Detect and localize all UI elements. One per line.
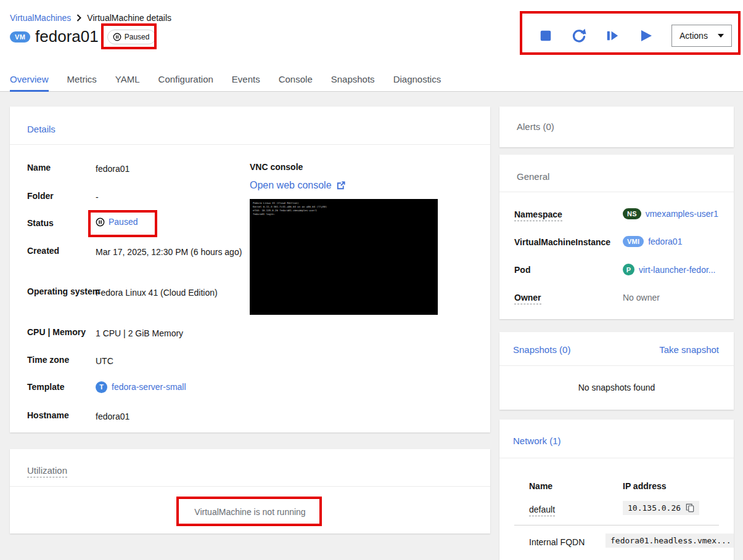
- alerts-card: Alerts (0): [499, 107, 734, 147]
- snapshots-heading-link[interactable]: Snapshots (0): [513, 344, 570, 355]
- pod-value: P virt-launcher-fedor...: [623, 264, 716, 275]
- vm-details-page: VirtualMachines VirtualMachine details V…: [0, 0, 743, 560]
- vmi-link[interactable]: fedora01: [648, 237, 682, 246]
- pod-badge: P: [623, 264, 634, 275]
- template-badge: T: [96, 381, 107, 393]
- details-divider: [10, 144, 490, 145]
- tab-snapshots[interactable]: Snapshots: [331, 68, 375, 92]
- pod-link[interactable]: virt-launcher-fedor...: [639, 265, 716, 275]
- page-title-row: VM fedora01 Paused: [10, 27, 156, 46]
- ip-address-value: 10.135.0.26: [628, 503, 681, 513]
- snapshots-card: Snapshots (0) Take snapshot No snapshots…: [499, 332, 734, 410]
- details-heading-link[interactable]: Details: [27, 124, 55, 134]
- resume-icon: [605, 29, 619, 43]
- open-web-console-link[interactable]: Open web console: [250, 180, 332, 191]
- page-title: fedora01: [35, 27, 99, 46]
- actions-dropdown-label: Actions: [679, 31, 708, 41]
- hostname-label: Hostname: [27, 410, 69, 420]
- vnc-console-heading: VNC console: [250, 162, 303, 172]
- vm-kind-badge: VM: [10, 31, 30, 43]
- start-button[interactable]: [633, 25, 658, 47]
- name-value: fedora01: [96, 163, 251, 176]
- snapshots-divider: [499, 365, 734, 366]
- status-value: Paused: [96, 217, 138, 227]
- tab-yaml[interactable]: YAML: [115, 68, 140, 92]
- folder-value: -: [96, 191, 251, 205]
- network-col-name: Name: [529, 481, 552, 491]
- created-value: Mar 17, 2025, 12:30 PM (6 hours ago): [96, 246, 244, 259]
- breadcrumb-current: VirtualMachine details: [87, 13, 171, 23]
- network-col-ip: IP address: [623, 481, 667, 491]
- ip-address-chip: 10.135.0.26: [623, 501, 699, 515]
- utilization-card: Utilization VirtualMachine is not runnin…: [10, 449, 490, 534]
- utilization-heading: Utilization: [27, 465, 67, 477]
- template-label: Template: [27, 382, 64, 392]
- caret-down-icon: [718, 34, 724, 38]
- vmi-value: VMI fedora01: [623, 236, 682, 247]
- network-card: Network (1) Name IP address default 10.1…: [499, 420, 734, 560]
- timezone-label: Time zone: [27, 355, 69, 365]
- stop-icon: [539, 29, 552, 43]
- vmi-badge: VMI: [623, 236, 644, 247]
- no-snapshots-message: No snapshots found: [499, 383, 734, 392]
- tab-diagnostics[interactable]: Diagnostics: [393, 68, 441, 92]
- operating-system-value: Fedora Linux 41 (Cloud Edition): [96, 286, 244, 300]
- general-card: General Namespace NS vmexamples-user1 Vi…: [499, 155, 734, 319]
- external-link-icon: [336, 181, 345, 190]
- vnc-console-preview[interactable]: Fedora Linux 41 (Cloud Edition) Kernel 6…: [250, 199, 438, 315]
- network-row-divider: [514, 525, 719, 526]
- console-line: fedora01 login:: [253, 213, 435, 216]
- tab-metrics[interactable]: Metrics: [67, 68, 97, 92]
- take-snapshot-link[interactable]: Take snapshot: [659, 344, 719, 355]
- template-link[interactable]: fedora-server-small: [112, 381, 186, 394]
- timezone-value: UTC: [96, 355, 251, 368]
- copy-icon: [686, 503, 694, 513]
- network-heading-link[interactable]: Network (1): [513, 436, 561, 446]
- network-divider: [499, 458, 734, 458]
- operating-system-label: Operating system: [27, 286, 100, 296]
- vm-not-running-message: VirtualMachine is not running: [10, 507, 490, 517]
- namespace-badge: NS: [623, 208, 641, 219]
- stop-button[interactable]: [533, 25, 558, 47]
- tab-console[interactable]: Console: [279, 68, 313, 92]
- pod-label: Pod: [514, 265, 530, 275]
- name-label: Name: [27, 163, 51, 172]
- cpu-memory-value: 1 CPU | 2 GiB Memory: [96, 327, 251, 341]
- chevron-right-icon: [76, 14, 81, 22]
- tab-events[interactable]: Events: [232, 68, 260, 92]
- vm-action-bar: Actions: [533, 25, 732, 47]
- open-web-console-row: Open web console: [250, 180, 345, 191]
- created-label: Created: [27, 246, 59, 256]
- tab-bar: Overview Metrics YAML Configuration Even…: [0, 68, 743, 92]
- tab-overview[interactable]: Overview: [10, 68, 49, 92]
- actions-dropdown-button[interactable]: Actions: [671, 25, 732, 47]
- owner-label: Owner: [514, 293, 541, 304]
- namespace-value: NS vmexamples-user1: [623, 208, 718, 219]
- status-paused-link[interactable]: Paused: [109, 217, 138, 227]
- restart-icon: [572, 28, 586, 43]
- details-card: Details Name fedora01 Folder - Status Pa…: [10, 107, 490, 432]
- restart-button[interactable]: [567, 25, 591, 47]
- network-row-name: default: [529, 505, 555, 516]
- internal-fqdn-label: Internal FQDN: [529, 537, 585, 547]
- unpause-button[interactable]: [600, 25, 625, 47]
- alerts-heading[interactable]: Alerts (0): [517, 121, 554, 132]
- hostname-value: fedora01: [96, 410, 251, 424]
- pause-circle-icon: [113, 33, 121, 41]
- play-icon: [638, 28, 653, 43]
- overview-content: Details Name fedora01 Folder - Status Pa…: [0, 92, 743, 560]
- internal-fqdn-value: fedora01.headless.vmex...: [610, 536, 731, 545]
- namespace-label: Namespace: [514, 209, 562, 221]
- status-label: Status: [27, 218, 54, 228]
- general-divider: [499, 192, 734, 192]
- template-value: T fedora-server-small: [96, 381, 251, 394]
- owner-value: No owner: [623, 293, 660, 302]
- namespace-link[interactable]: vmexamples-user1: [646, 209, 718, 219]
- breadcrumb-virtualmachines-link[interactable]: VirtualMachines: [10, 13, 71, 23]
- utilization-divider: [10, 486, 490, 487]
- vmi-label: VirtualMachineInstance: [514, 237, 610, 247]
- tab-configuration[interactable]: Configuration: [158, 68, 213, 92]
- internal-fqdn-chip: fedora01.headless.vmex...: [605, 534, 734, 548]
- paused-status-pill[interactable]: Paused: [107, 30, 157, 44]
- copy-ip-button[interactable]: [686, 503, 694, 513]
